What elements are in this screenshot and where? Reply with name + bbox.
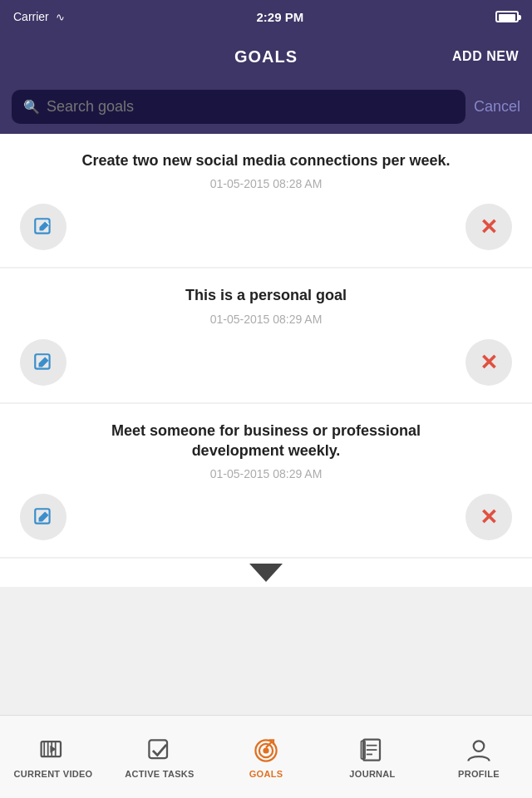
goals-list: Create two new social media connections … [0, 134, 532, 587]
tab-journal[interactable]: JOURNAL [319, 716, 426, 798]
goal-card-3: Meet someone for business or professiona… [0, 404, 532, 558]
page-title: GOALS [234, 47, 298, 66]
goals-target-icon [251, 736, 281, 766]
status-time: 2:29 PM [257, 10, 304, 24]
delete-goal-1-button[interactable]: ✕ [466, 204, 512, 250]
status-bar: Carrier ∿ 2:29 PM [0, 0, 532, 33]
nav-bar: GOALS ADD NEW [0, 33, 532, 80]
edit-icon-2 [32, 352, 54, 373]
goal-date-1: 01-05-2015 08:28 AM [210, 177, 323, 190]
goal-title-1: Create two new social media connections … [23, 150, 508, 170]
edit-icon-3 [32, 506, 54, 528]
video-icon [38, 736, 68, 766]
status-bar-left: Carrier ∿ [13, 10, 65, 23]
close-icon-1: ✕ [480, 216, 498, 238]
delete-goal-3-button[interactable]: ✕ [466, 494, 512, 540]
battery-icon [495, 11, 519, 22]
chevron-down-icon [249, 564, 283, 582]
close-icon-2: ✕ [480, 352, 498, 373]
carrier-label: Carrier [13, 10, 49, 23]
wifi-icon: ∿ [56, 11, 65, 23]
edit-goal-2-button[interactable] [20, 339, 66, 386]
goal-actions-3: ✕ [13, 494, 519, 540]
goal-title-2: This is a personal goal [127, 285, 405, 305]
svg-point-12 [263, 747, 268, 753]
tab-active-tasks[interactable]: ACTIVE TASKS [106, 716, 213, 798]
scroll-indicator [0, 559, 532, 587]
goal-date-2: 01-05-2015 08:29 AM [210, 313, 323, 326]
svg-point-19 [474, 741, 485, 751]
tab-goals-label: GOALS [249, 769, 283, 779]
add-new-button[interactable]: ADD NEW [452, 49, 519, 64]
goal-date-3: 01-05-2015 08:29 AM [210, 467, 323, 480]
tab-bar: CURRENT VIDEO ACTIVE TASKS GOALS JOUR [0, 715, 532, 798]
tab-current-video-label: CURRENT VIDEO [14, 769, 93, 779]
search-bar: 🔍 Cancel [0, 80, 532, 134]
journal-icon [357, 736, 387, 766]
edit-icon-1 [32, 216, 54, 238]
search-input[interactable] [47, 98, 454, 116]
goal-card-2: This is a personal goal 01-05-2015 08:29… [0, 268, 532, 401]
search-icon: 🔍 [23, 99, 40, 115]
tab-profile[interactable]: PROFILE [426, 716, 532, 798]
checkbox-icon [145, 736, 175, 766]
tab-profile-label: PROFILE [458, 769, 500, 779]
edit-goal-3-button[interactable] [20, 494, 66, 540]
tab-active-tasks-label: ACTIVE TASKS [125, 769, 194, 779]
goal-actions-2: ✕ [13, 339, 519, 386]
tab-goals[interactable]: GOALS [213, 716, 319, 798]
tab-current-video[interactable]: CURRENT VIDEO [0, 716, 106, 798]
goal-actions-1: ✕ [13, 204, 519, 250]
goal-title-3: Meet someone for business or professiona… [13, 421, 519, 461]
search-input-wrapper: 🔍 [12, 90, 466, 124]
profile-icon [464, 736, 494, 766]
delete-goal-2-button[interactable]: ✕ [466, 339, 512, 386]
close-icon-3: ✕ [480, 506, 498, 528]
edit-goal-1-button[interactable] [20, 204, 66, 250]
goal-card-1: Create two new social media connections … [0, 134, 532, 267]
cancel-button[interactable]: Cancel [474, 98, 520, 116]
tab-journal-label: JOURNAL [349, 769, 395, 779]
